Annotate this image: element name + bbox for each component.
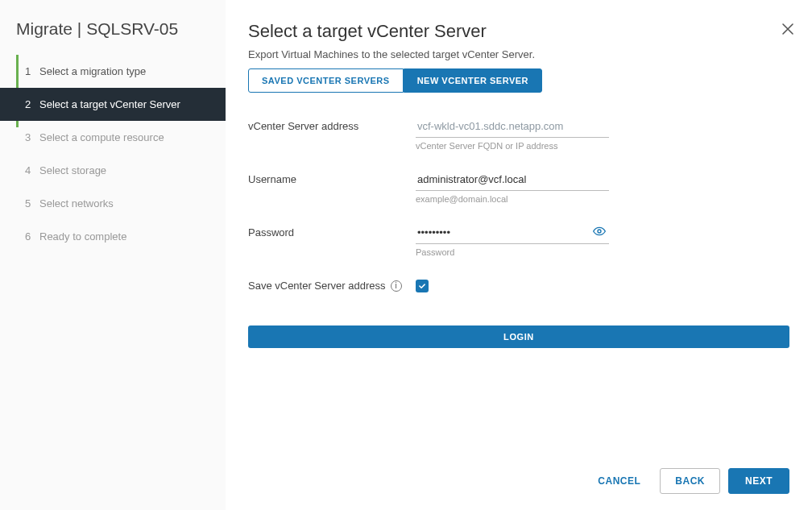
- close-icon[interactable]: [781, 21, 794, 39]
- back-button[interactable]: BACK: [660, 468, 720, 494]
- step-5-label: Select networks: [39, 197, 114, 209]
- step-1-label: Select a migration type: [39, 65, 146, 77]
- step-3-label: Select a compute resource: [39, 131, 164, 143]
- next-button[interactable]: NEXT: [728, 468, 789, 494]
- step-3: 3 Select a compute resource: [0, 121, 226, 154]
- info-icon[interactable]: i: [391, 280, 402, 292]
- step-6: 6 Ready to complete: [0, 220, 226, 253]
- step-2[interactable]: 2 Select a target vCenter Server: [0, 88, 226, 121]
- server-mode-tabs: SAVED VCENTER SERVERS NEW VCENTER SERVER: [248, 68, 789, 93]
- login-button[interactable]: LOGIN: [248, 325, 789, 348]
- vcenter-address-hint: vCenter Server FQDN or IP address: [416, 141, 609, 151]
- step-2-number: 2: [25, 98, 39, 110]
- step-5-number: 5: [25, 197, 39, 209]
- password-label: Password: [248, 222, 416, 238]
- step-1-number: 1: [25, 65, 39, 77]
- password-input[interactable]: [416, 222, 609, 244]
- step-4-label: Select storage: [39, 164, 106, 176]
- cancel-button[interactable]: CANCEL: [586, 469, 652, 493]
- username-label: Username: [248, 168, 416, 185]
- sidebar-title: Migrate | SQLSRV-05: [0, 0, 226, 55]
- step-4: 4 Select storage: [0, 154, 226, 187]
- save-address-label-text: Save vCenter Server address: [248, 280, 386, 292]
- page-subtitle: Export Virtual Machines to the selected …: [248, 48, 789, 60]
- username-input[interactable]: [416, 168, 609, 191]
- svg-point-0: [598, 230, 601, 233]
- main-panel: Select a target vCenter Server Export Vi…: [226, 0, 812, 510]
- wizard-sidebar: Migrate | SQLSRV-05 1 Select a migration…: [0, 0, 226, 510]
- step-1[interactable]: 1 Select a migration type: [0, 55, 226, 88]
- vcenter-address-label: vCenter Server address: [248, 115, 416, 132]
- step-6-number: 6: [25, 230, 39, 243]
- password-hint: Password: [416, 247, 609, 257]
- username-hint: example@domain.local: [416, 194, 609, 204]
- save-address-checkbox[interactable]: [416, 280, 429, 292]
- wizard-steps: 1 Select a migration type 2 Select a tar…: [0, 55, 226, 253]
- save-address-label: Save vCenter Server address i: [248, 275, 416, 292]
- step-2-label: Select a target vCenter Server: [39, 98, 180, 110]
- vcenter-address-input[interactable]: [416, 115, 609, 138]
- eye-icon[interactable]: [593, 225, 606, 241]
- tab-new-vcenter-server[interactable]: NEW VCENTER SERVER: [404, 68, 542, 93]
- step-3-number: 3: [25, 131, 39, 143]
- page-title: Select a target vCenter Server: [248, 21, 789, 42]
- tab-saved-vcenter-servers[interactable]: SAVED VCENTER SERVERS: [248, 68, 404, 93]
- step-4-number: 4: [25, 164, 39, 176]
- step-6-label: Ready to complete: [39, 230, 126, 243]
- step-5: 5 Select networks: [0, 187, 226, 220]
